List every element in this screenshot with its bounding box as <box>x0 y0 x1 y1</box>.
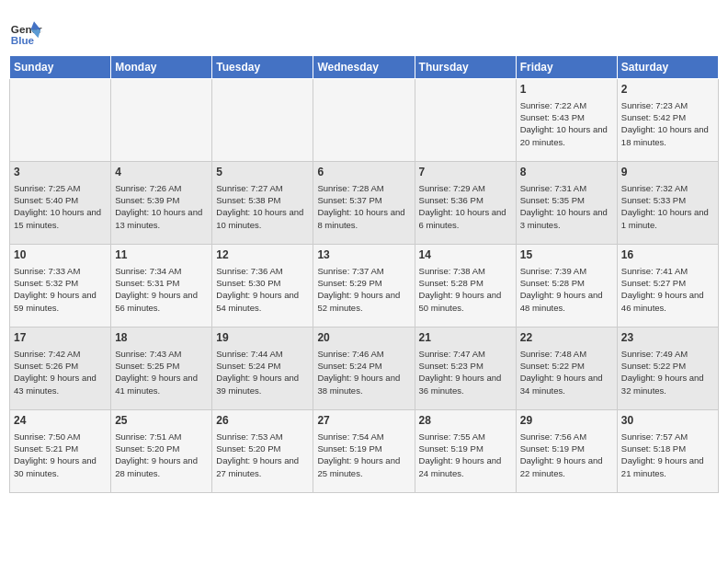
calendar-cell: 15Sunrise: 7:39 AMSunset: 5:28 PMDayligh… <box>516 245 617 327</box>
day-info: Sunrise: 7:25 AMSunset: 5:40 PMDaylight:… <box>14 182 107 231</box>
day-number: 17 <box>14 330 107 346</box>
calendar-cell: 18Sunrise: 7:43 AMSunset: 5:25 PMDayligh… <box>111 327 212 410</box>
day-info: Sunrise: 7:27 AMSunset: 5:38 PMDaylight:… <box>216 182 309 231</box>
logo-icon: General Blue <box>9 15 42 48</box>
day-number: 2 <box>621 82 714 98</box>
calendar-cell: 29Sunrise: 7:56 AMSunset: 5:19 PMDayligh… <box>516 410 617 493</box>
day-number: 24 <box>14 413 107 429</box>
day-number: 4 <box>115 165 208 180</box>
day-number: 16 <box>621 247 714 263</box>
day-number: 11 <box>115 247 208 263</box>
day-number: 18 <box>115 330 208 346</box>
day-info: Sunrise: 7:42 AMSunset: 5:26 PMDaylight:… <box>14 348 107 396</box>
calendar-cell: 23Sunrise: 7:49 AMSunset: 5:22 PMDayligh… <box>617 327 718 410</box>
calendar-cell: 17Sunrise: 7:42 AMSunset: 5:26 PMDayligh… <box>10 327 111 410</box>
day-number: 28 <box>419 413 512 429</box>
weekday-header: Sunday <box>10 56 111 79</box>
day-number: 5 <box>216 165 309 180</box>
calendar-cell: 22Sunrise: 7:48 AMSunset: 5:22 PMDayligh… <box>516 327 617 410</box>
page-header: General Blue <box>9 9 719 48</box>
calendar-cell: 7Sunrise: 7:29 AMSunset: 5:36 PMDaylight… <box>415 162 516 245</box>
weekday-header: Saturday <box>617 56 718 79</box>
day-info: Sunrise: 7:56 AMSunset: 5:19 PMDaylight:… <box>520 431 613 479</box>
day-info: Sunrise: 7:54 AMSunset: 5:19 PMDaylight:… <box>317 431 410 479</box>
day-number: 20 <box>317 330 410 346</box>
day-info: Sunrise: 7:28 AMSunset: 5:37 PMDaylight:… <box>317 182 410 231</box>
day-info: Sunrise: 7:39 AMSunset: 5:28 PMDaylight:… <box>520 265 613 314</box>
calendar-cell: 8Sunrise: 7:31 AMSunset: 5:35 PMDaylight… <box>516 162 617 245</box>
weekday-header: Wednesday <box>313 56 415 79</box>
day-info: Sunrise: 7:33 AMSunset: 5:32 PMDaylight:… <box>14 265 107 314</box>
calendar-cell: 28Sunrise: 7:55 AMSunset: 5:19 PMDayligh… <box>415 410 516 493</box>
day-number: 13 <box>317 247 410 263</box>
day-info: Sunrise: 7:55 AMSunset: 5:19 PMDaylight:… <box>419 431 512 479</box>
day-number: 22 <box>520 330 613 346</box>
day-info: Sunrise: 7:32 AMSunset: 5:33 PMDaylight:… <box>621 182 714 231</box>
calendar-cell <box>212 79 313 162</box>
weekday-header: Thursday <box>415 56 516 79</box>
weekday-header: Tuesday <box>212 56 313 79</box>
day-number: 23 <box>621 330 714 346</box>
day-number: 27 <box>317 413 410 429</box>
day-number: 26 <box>216 413 309 429</box>
calendar-cell: 9Sunrise: 7:32 AMSunset: 5:33 PMDaylight… <box>617 162 718 245</box>
day-info: Sunrise: 7:48 AMSunset: 5:22 PMDaylight:… <box>520 348 613 396</box>
calendar-cell: 6Sunrise: 7:28 AMSunset: 5:37 PMDaylight… <box>313 162 415 245</box>
day-number: 12 <box>216 247 309 263</box>
day-info: Sunrise: 7:34 AMSunset: 5:31 PMDaylight:… <box>115 265 208 314</box>
calendar-cell: 30Sunrise: 7:57 AMSunset: 5:18 PMDayligh… <box>617 410 718 493</box>
calendar-table: SundayMondayTuesdayWednesdayThursdayFrid… <box>9 55 719 493</box>
day-info: Sunrise: 7:23 AMSunset: 5:42 PMDaylight:… <box>621 99 714 148</box>
calendar-cell: 2Sunrise: 7:23 AMSunset: 5:42 PMDaylight… <box>617 79 718 162</box>
calendar-cell: 3Sunrise: 7:25 AMSunset: 5:40 PMDaylight… <box>10 162 111 245</box>
svg-text:Blue: Blue <box>11 34 35 46</box>
day-info: Sunrise: 7:31 AMSunset: 5:35 PMDaylight:… <box>520 182 613 231</box>
calendar-cell: 14Sunrise: 7:38 AMSunset: 5:28 PMDayligh… <box>415 245 516 327</box>
day-info: Sunrise: 7:44 AMSunset: 5:24 PMDaylight:… <box>216 348 309 396</box>
calendar-cell <box>10 79 111 162</box>
weekday-header: Monday <box>111 56 212 79</box>
calendar-cell: 10Sunrise: 7:33 AMSunset: 5:32 PMDayligh… <box>10 245 111 327</box>
day-number: 10 <box>14 247 107 263</box>
day-number: 1 <box>520 82 613 98</box>
calendar-cell: 21Sunrise: 7:47 AMSunset: 5:23 PMDayligh… <box>415 327 516 410</box>
calendar-cell: 1Sunrise: 7:22 AMSunset: 5:43 PMDaylight… <box>516 79 617 162</box>
calendar-cell: 11Sunrise: 7:34 AMSunset: 5:31 PMDayligh… <box>111 245 212 327</box>
calendar-cell: 20Sunrise: 7:46 AMSunset: 5:24 PMDayligh… <box>313 327 415 410</box>
calendar-cell: 19Sunrise: 7:44 AMSunset: 5:24 PMDayligh… <box>212 327 313 410</box>
day-number: 15 <box>520 247 613 263</box>
calendar-cell: 25Sunrise: 7:51 AMSunset: 5:20 PMDayligh… <box>111 410 212 493</box>
day-info: Sunrise: 7:38 AMSunset: 5:28 PMDaylight:… <box>419 265 512 314</box>
calendar-cell: 13Sunrise: 7:37 AMSunset: 5:29 PMDayligh… <box>313 245 415 327</box>
day-info: Sunrise: 7:36 AMSunset: 5:30 PMDaylight:… <box>216 265 309 314</box>
weekday-header: Friday <box>516 56 617 79</box>
day-info: Sunrise: 7:37 AMSunset: 5:29 PMDaylight:… <box>317 265 410 314</box>
calendar-cell: 26Sunrise: 7:53 AMSunset: 5:20 PMDayligh… <box>212 410 313 493</box>
calendar-cell: 27Sunrise: 7:54 AMSunset: 5:19 PMDayligh… <box>313 410 415 493</box>
day-info: Sunrise: 7:29 AMSunset: 5:36 PMDaylight:… <box>419 182 512 231</box>
day-info: Sunrise: 7:49 AMSunset: 5:22 PMDaylight:… <box>621 348 714 396</box>
calendar-cell: 12Sunrise: 7:36 AMSunset: 5:30 PMDayligh… <box>212 245 313 327</box>
calendar-cell: 24Sunrise: 7:50 AMSunset: 5:21 PMDayligh… <box>10 410 111 493</box>
day-number: 14 <box>419 247 512 263</box>
day-number: 6 <box>317 165 410 180</box>
day-info: Sunrise: 7:22 AMSunset: 5:43 PMDaylight:… <box>520 99 613 148</box>
day-number: 29 <box>520 413 613 429</box>
calendar-cell <box>111 79 212 162</box>
calendar-cell <box>313 79 415 162</box>
calendar-cell <box>415 79 516 162</box>
day-info: Sunrise: 7:41 AMSunset: 5:27 PMDaylight:… <box>621 265 714 314</box>
calendar-cell: 4Sunrise: 7:26 AMSunset: 5:39 PMDaylight… <box>111 162 212 245</box>
day-info: Sunrise: 7:53 AMSunset: 5:20 PMDaylight:… <box>216 431 309 479</box>
day-info: Sunrise: 7:43 AMSunset: 5:25 PMDaylight:… <box>115 348 208 396</box>
day-number: 25 <box>115 413 208 429</box>
day-info: Sunrise: 7:47 AMSunset: 5:23 PMDaylight:… <box>419 348 512 396</box>
day-number: 8 <box>520 165 613 180</box>
day-info: Sunrise: 7:51 AMSunset: 5:20 PMDaylight:… <box>115 431 208 479</box>
day-number: 30 <box>621 413 714 429</box>
day-info: Sunrise: 7:26 AMSunset: 5:39 PMDaylight:… <box>115 182 208 231</box>
day-number: 7 <box>419 165 512 180</box>
logo: General Blue <box>9 15 46 48</box>
day-info: Sunrise: 7:46 AMSunset: 5:24 PMDaylight:… <box>317 348 410 396</box>
calendar-cell: 16Sunrise: 7:41 AMSunset: 5:27 PMDayligh… <box>617 245 718 327</box>
